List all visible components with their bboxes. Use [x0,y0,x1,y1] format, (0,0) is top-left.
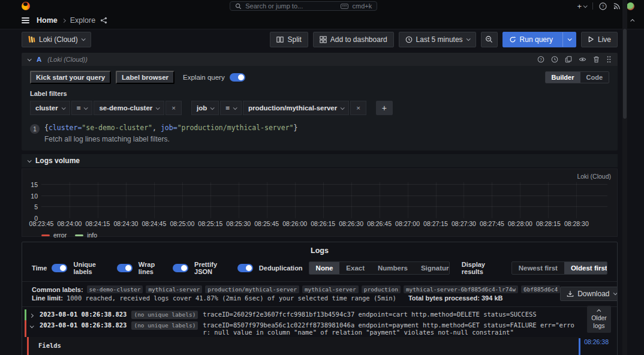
duplicate-query-icon[interactable] [565,56,572,63]
mode-option-code[interactable]: Code [580,72,609,83]
display-option-oldest-first[interactable]: Oldest first [564,262,607,274]
menu-toggle-icon[interactable] [22,17,29,23]
logs-controls: TimeUnique labelsWrap linesPrettify JSON… [22,258,617,281]
x-tick-label: 08:25:00 [170,220,194,227]
zoom-out-time-button[interactable] [481,32,498,47]
log-labels-badge: (no unique labels) [131,311,198,319]
log-row[interactable]: 2023-08-01 08:26:38.823(no unique labels… [25,320,580,337]
x-tick-label: 08:25:30 [226,220,251,227]
toggle-switch[interactable] [237,264,253,272]
drag-handle-icon[interactable] [606,56,612,63]
keyboard-icon [341,4,348,9]
filter-label-dropdown[interactable]: cluster [30,101,70,115]
play-icon [588,36,594,43]
x-tick-label: 08:26:00 [282,220,307,227]
logs-volume-collapse-icon[interactable] [28,158,32,163]
filter-text: = [225,104,230,112]
help-icon[interactable]: ? [599,2,607,10]
filter-label-dropdown[interactable]: job [191,101,219,115]
query-collapse-icon[interactable] [28,57,32,61]
breadcrumb-explore[interactable]: Explore [70,16,95,25]
hide-response-icon[interactable] [579,56,586,63]
display-results-label: Display results [462,261,505,275]
run-query-button[interactable]: Run query [502,32,576,47]
share-icon[interactable] [100,17,107,24]
logs-volume-section-header[interactable]: Logs volume [22,154,618,167]
dedup-option-numbers[interactable]: Numbers [371,262,414,274]
log-rows: 2023-08-01 08:26:38.823(no unique labels… [22,306,617,355]
search-input[interactable]: Search or jump to... cmd+k [230,1,377,11]
datasource-picker[interactable]: Loki (Cloud) [22,32,91,47]
query-token: cluster [49,124,77,132]
log-row-expand-icon[interactable] [30,311,35,318]
common-label-badge: production [362,285,401,293]
run-query-caret[interactable] [562,32,576,47]
toggle-wrap-lines: Wrap lines [139,261,188,275]
grafana-logo[interactable] [22,2,30,10]
user-avatar[interactable] [627,2,634,10]
download-button[interactable]: Download [560,287,618,301]
query-token: , [152,124,161,132]
new-menu-button[interactable]: + [577,2,586,10]
x-tick-label: 08:24:00 [58,220,82,227]
kick-start-query-button[interactable]: Kick start your query [30,71,111,84]
add-filter-button[interactable]: + [376,101,393,115]
toggle-switch[interactable] [117,264,133,272]
query-token: { [44,124,49,132]
query-expression[interactable]: {cluster="se-demo-cluster", job="product… [44,124,609,132]
dedup-option-none[interactable]: None [309,262,340,274]
label-filter: job=production/mythical-server× [191,101,366,115]
common-label-badge: 6bf885d6c4 [521,285,560,293]
volume-source-label: Loki (Cloud) [577,173,611,180]
filter-value-dropdown[interactable]: se-demo-cluster [94,101,164,115]
filter-remove-button[interactable]: × [350,101,366,115]
grafana-explore-page: Search or jump to... cmd+k + ? Home Expl… [0,0,644,355]
dedup-option-signature[interactable]: Signature [414,262,450,274]
x-tick-label: 08:24:15 [85,220,110,227]
loki-logo-icon [28,35,35,43]
legend-item-info[interactable]: info [75,231,97,239]
breadcrumb-home[interactable]: Home [37,16,58,25]
split-button[interactable]: Split [270,32,308,47]
query-row-header[interactable]: A (Loki (Cloud)) ? [22,53,618,66]
explain-query-toggle[interactable] [230,73,245,82]
volume-plot-area[interactable]: 051015 [41,182,607,218]
search-wrap: Search or jump to... cmd+k [35,1,572,11]
legend-item-error[interactable]: error [41,231,67,239]
filter-value-dropdown[interactable]: production/mythical-server [243,101,349,115]
log-timestamp: 2023-08-01 08:26:38.823 [40,321,127,329]
news-icon[interactable] [613,2,621,10]
log-row[interactable]: 2023-08-01 08:26:38.823(no unique labels… [25,309,580,320]
query-help-icon[interactable]: ? [537,56,544,63]
log-row-expand-icon[interactable] [30,322,35,329]
filter-text: se-demo-cluster [99,104,152,112]
query-history-icon[interactable] [551,56,558,63]
filter-operator-dropdown[interactable]: = [71,101,93,115]
dedup-option-exact[interactable]: Exact [339,262,371,274]
datasource-label: Loki (Cloud) [39,35,78,44]
scrollbar-thumb[interactable] [623,29,627,119]
x-tick-label: 08:28:00 [508,220,532,227]
display-option-newest-first[interactable]: Newest first [512,262,564,274]
time-range-picker[interactable]: Last 5 minutes [399,32,476,47]
run-query-label: Run query [520,35,553,44]
common-labels-row: Common labels: se-demo-clustermythical-s… [32,285,560,293]
mode-option-builder[interactable]: Builder [546,72,580,83]
older-logs-button[interactable]: Older logs [587,306,611,333]
filter-remove-button[interactable]: × [165,101,182,115]
toggle-switch[interactable] [52,264,67,272]
top-bar: Search or jump to... cmd+k + ? [0,0,644,12]
label-browser-button[interactable]: Label browser [116,71,174,84]
page-scrollbar[interactable] [622,0,627,355]
query-ref-id: A [37,56,41,63]
filter-operator-dropdown[interactable]: = [220,101,242,115]
live-button[interactable]: Live [581,32,618,47]
add-to-dashboard-button[interactable]: Add to dashboard [313,32,394,47]
x-tick-label: 08:26:15 [311,220,335,227]
toggle-switch[interactable] [173,264,188,272]
query-row-actions: ? [537,56,612,63]
remove-query-icon[interactable] [593,56,600,63]
total-bytes-text: Total bytes processed: 394 kB [408,294,503,302]
collapse-header-icon[interactable] [630,19,634,23]
log-time-navigation[interactable]: 08:26:38 — 08:28:43 [579,338,609,355]
